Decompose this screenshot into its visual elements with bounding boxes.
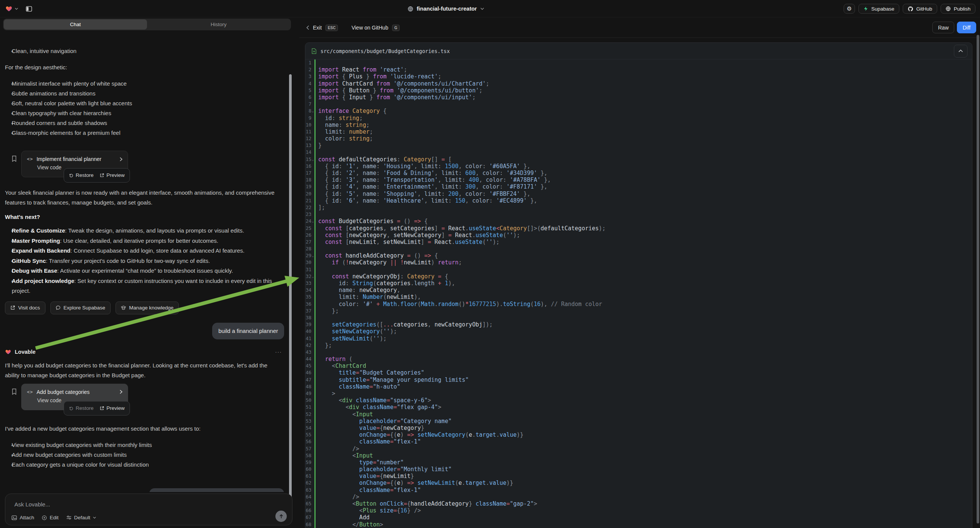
explore-supabase-button[interactable]: Explore Supabase [50,302,111,314]
raw-toggle-button[interactable]: Raw [932,22,954,33]
diff-toggle-button[interactable]: Diff [957,22,976,33]
visit-docs-button[interactable]: Visit docs [5,302,45,314]
github-button[interactable]: GitHub [903,4,937,14]
line-number: 3 [305,73,312,80]
line-number: 10 [305,122,312,129]
user-message-row: would be cool if you could add budget ca… [5,488,284,492]
supabase-button[interactable]: Supabase [858,4,899,14]
more-options-icon[interactable]: ··· [275,347,282,357]
version-card-add-budget-categories[interactable]: <> Add budget categories View code Resto… [21,384,128,410]
restore-button[interactable]: Restore [69,403,94,413]
code-line: 11 limit: number; [305,129,972,135]
fold-spacer [312,66,314,73]
top-bar: financial-future-creator ⚙ Supabase GitH… [0,0,980,17]
send-button[interactable] [275,511,287,522]
line-number: 29 [305,252,312,259]
chat-scrollback[interactable]: ● Clean, intuitive navigation For the de… [5,46,284,492]
code-line: 35 limit: Number(newLimit), [305,294,972,301]
list-item: ●Master Prompting: Use clear, detailed, … [5,236,284,246]
bookmark-icon[interactable] [11,155,17,162]
exit-button[interactable]: Exit [313,25,321,31]
line-number: 23 [305,211,312,218]
line-number: 57 [305,445,312,452]
chevron-left-icon [306,25,309,30]
fold-spacer [312,404,314,410]
tab-history[interactable]: History [147,19,290,30]
bookmark-icon[interactable] [11,388,17,395]
settings-button[interactable]: ⚙ [844,4,855,14]
fold-spacer [312,170,314,177]
external-link-icon [100,173,104,178]
prompt-composer[interactable]: Ask Lovable... Attach Edit Default [5,493,293,525]
bullet-icon: ● [5,118,12,128]
preview-button[interactable]: Preview [100,403,125,413]
code-line: 1 [305,59,972,66]
prompt-input[interactable]: Ask Lovable... [14,501,50,507]
mode-selector[interactable]: Default [66,515,97,520]
code-content[interactable]: 12import React from 'react';3import { Pl… [305,59,972,528]
tab-chat[interactable]: Chat [4,19,147,30]
code-line: 19 { id: '4', name: 'Entertainment', lim… [305,183,972,190]
design-bullet-list: ●Minimalist interface with plenty of whi… [5,79,284,138]
code-line: 50 <div className="space-y-6"> [305,397,972,404]
assistant-paragraph: Your sleek financial planner is now read… [5,188,282,208]
code-line: 4import ChartCard from '@/components/ui/… [305,80,972,87]
code-line: 68 </Button> [305,521,972,528]
fold-chevron-icon[interactable]: ⌄ [312,156,314,163]
line-number: 51 [305,404,312,410]
line-number: 2 [305,66,312,73]
bullet-icon: ● [5,440,12,450]
code-line: 15⌄const defaultCategories: Category[] =… [305,156,972,163]
fold-chevron-icon[interactable]: ⌄ [312,252,314,259]
line-number: 11 [305,129,312,135]
restore-button[interactable]: Restore [69,170,94,180]
esc-kbd-badge: ESC [325,25,338,31]
code-line: 16 { id: '1', name: 'Housing', limit: 15… [305,163,972,170]
fold-spacer [312,383,314,390]
fold-chevron-icon[interactable]: ⌄ [312,218,314,224]
diff-added-gutter [314,59,315,528]
arrow-up-icon [279,514,284,519]
next-steps-list: ●Refine & Customize: Tweak the design, a… [5,226,284,296]
fold-chevron-icon[interactable]: ⌄ [312,108,314,115]
publish-button[interactable]: Publish [940,4,975,14]
collapse-file-button[interactable] [954,45,967,57]
file-card: src/components/budget/BudgetCategories.t… [305,43,972,528]
code-line: 64 /> [305,493,972,500]
chevron-down-icon[interactable] [15,8,18,10]
code-line: 33 id: String(categories.length + 1), [305,280,972,287]
code-line: 2import React from 'react'; [305,66,972,73]
code-line: 42 }; [305,342,972,349]
fold-spacer [312,59,314,66]
edit-button[interactable]: Edit [42,515,58,520]
fold-chevron-icon[interactable]: ⌄ [312,273,314,280]
code-line: 61 value={newLimit} [305,473,972,480]
line-number: 36 [305,301,312,308]
sidebar-toggle-icon[interactable] [24,3,34,14]
manage-knowledge-button[interactable]: Manage knowledge [116,302,179,314]
fold-spacer [312,259,314,266]
preview-button[interactable]: Preview [100,170,125,180]
line-number: 17 [305,170,312,177]
code-line: 22]; [305,204,972,211]
chat-history-tabs: Chat History [3,19,291,30]
line-number: 20 [305,191,312,197]
attach-button[interactable]: Attach [11,515,34,520]
line-number: 21 [305,197,312,204]
project-switcher[interactable]: financial-future-creator [407,0,484,17]
line-number: 60 [305,466,312,473]
fold-spacer [312,149,314,156]
fold-spacer [312,466,314,473]
fold-spacer [312,308,314,314]
chat-scrollbar[interactable] [289,74,292,506]
code-line: 67 Add [305,514,972,521]
version-card-implement-financial-planner[interactable]: <> Implement financial planner View code… [21,151,128,177]
code-line: 57 /> [305,445,972,452]
line-number: 66 [305,507,312,514]
view-on-github-button[interactable]: View on GitHub [352,25,388,31]
target-icon [42,515,47,520]
fold-spacer [312,390,314,397]
lovable-logo-icon[interactable] [5,5,13,12]
fold-spacer [312,335,314,342]
window-scrollbar[interactable] [977,35,979,523]
